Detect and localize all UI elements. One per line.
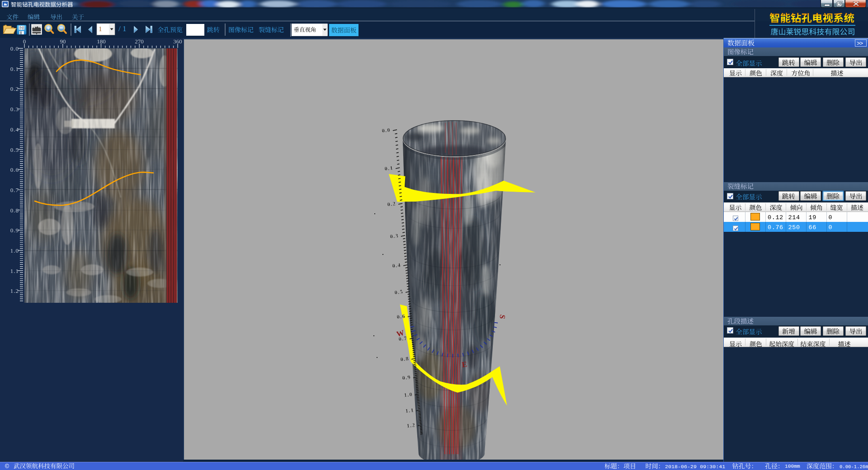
svg-text:1.2: 1.2 (406, 422, 416, 429)
svg-text:0.4: 0.4 (392, 262, 401, 269)
svg-text:1.1: 1.1 (405, 407, 415, 414)
svg-text:0.5: 0.5 (394, 288, 404, 296)
svg-text:0.8: 0.8 (400, 355, 410, 362)
svg-text:0.0: 0.0 (382, 127, 391, 134)
svg-text:0.1: 0.1 (384, 164, 394, 172)
svg-text:0.2: 0.2 (387, 200, 396, 207)
svg-text:0.6: 0.6 (396, 313, 406, 320)
svg-text:S: S (498, 314, 507, 320)
svg-text:0.9: 0.9 (402, 374, 411, 381)
svg-text:0.3: 0.3 (390, 232, 399, 240)
svg-text:1.0: 1.0 (404, 391, 413, 398)
